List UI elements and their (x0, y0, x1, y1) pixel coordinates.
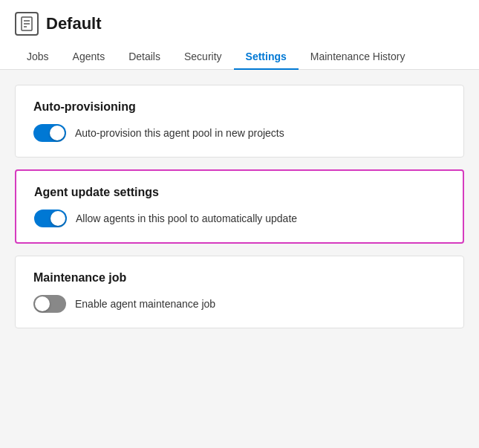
main-content: Auto-provisioning Auto-provision this ag… (0, 70, 479, 343)
nav-tabs: Jobs Agents Details Security Settings Ma… (15, 45, 464, 69)
maintenance-job-toggle-row: Enable agent maintenance job (33, 295, 446, 313)
tab-agents[interactable]: Agents (61, 45, 117, 70)
auto-provisioning-label: Auto-provision this agent pool in new pr… (75, 127, 284, 139)
auto-provisioning-toggle-row: Auto-provision this agent pool in new pr… (33, 124, 446, 142)
tab-jobs[interactable]: Jobs (15, 45, 61, 70)
page-header: Default Jobs Agents Details Security Set… (0, 0, 479, 70)
title-row: Default (15, 12, 464, 36)
tab-settings[interactable]: Settings (234, 45, 299, 70)
tab-security[interactable]: Security (172, 45, 234, 70)
page-title: Default (46, 14, 102, 33)
agent-update-label: Allow agents in this pool to automatical… (76, 212, 297, 224)
agent-update-settings-title: Agent update settings (34, 186, 445, 199)
agent-update-toggle-row: Allow agents in this pool to automatical… (34, 210, 445, 227)
maintenance-job-label: Enable agent maintenance job (75, 298, 215, 310)
agent-update-settings-card: Agent update settings Allow agents in th… (15, 169, 464, 244)
auto-provisioning-toggle[interactable] (33, 124, 66, 142)
maintenance-job-toggle[interactable] (33, 295, 66, 313)
auto-provisioning-title: Auto-provisioning (33, 100, 446, 114)
tab-details[interactable]: Details (117, 45, 172, 70)
tab-maintenance-history[interactable]: Maintenance History (299, 45, 417, 70)
maintenance-job-card: Maintenance job Enable agent maintenance… (15, 256, 464, 328)
auto-provisioning-card: Auto-provisioning Auto-provision this ag… (15, 85, 464, 158)
pool-icon (15, 12, 39, 36)
maintenance-job-title: Maintenance job (33, 271, 446, 285)
agent-update-toggle[interactable] (34, 210, 67, 227)
